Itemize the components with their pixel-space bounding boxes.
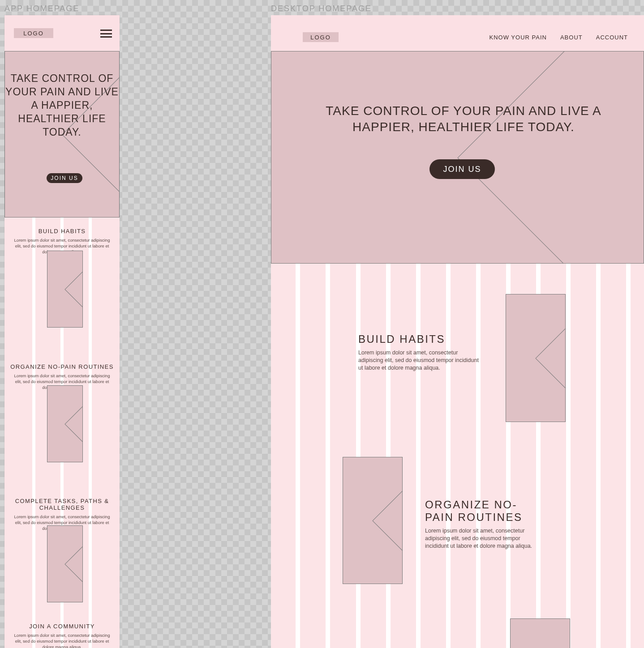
frame-label-app: APP HOMEPAGE — [4, 4, 79, 13]
desktop-nav: KNOW YOUR PAIN ABOUT ACCOUNT — [489, 34, 628, 41]
app-image-placeholder-3 — [47, 525, 83, 602]
desktop-hero-image-placeholder — [271, 51, 644, 264]
app-frame: LOGO TAKE CONTROL OF YOUR PAIN AND LIVE … — [4, 15, 120, 648]
app-image-placeholder-2 — [47, 385, 83, 462]
section-title: JOIN A COMMUNITY — [4, 623, 120, 630]
app-logo[interactable]: LOGO — [14, 28, 53, 38]
section-title: BUILD HABITS — [358, 333, 493, 345]
nav-account[interactable]: ACCOUNT — [596, 34, 628, 41]
desktop-hero-headline: TAKE CONTROL OF YOUR PAIN AND LIVE A HAP… — [325, 103, 602, 135]
section-body: Lorem ipsum dolor sit amet, consectetur … — [425, 527, 532, 550]
app-hero-headline: TAKE CONTROL OF YOUR PAIN AND LIVE A HAP… — [4, 72, 120, 139]
nav-know-your-pain[interactable]: KNOW YOUR PAIN — [489, 34, 547, 41]
desktop-frame: LOGO KNOW YOUR PAIN ABOUT ACCOUNT TAKE C… — [271, 15, 644, 648]
nav-about[interactable]: ABOUT — [560, 34, 583, 41]
desktop-image-placeholder-1 — [506, 294, 566, 422]
section-title: COMPLETE TASKS, PATHS & CHALLENGES — [4, 498, 120, 511]
desktop-logo[interactable]: LOGO — [303, 32, 339, 42]
desktop-image-placeholder-2 — [343, 457, 403, 584]
hamburger-menu-icon[interactable] — [100, 30, 112, 38]
app-join-button[interactable]: JOIN US — [47, 173, 82, 183]
app-image-placeholder-1 — [47, 251, 83, 328]
app-section-community: JOIN A COMMUNITY Lorem ipsum dolor sit a… — [4, 623, 120, 648]
section-title: ORGANIZE NO-PAIN ROUTINES — [4, 363, 120, 370]
frame-label-desktop: DESKTOP HOMEPAGE — [271, 4, 372, 13]
section-title: BUILD HABITS — [4, 228, 120, 234]
section-body: Lorem ipsum dolor sit amet, consectetur … — [4, 632, 120, 648]
desktop-join-button[interactable]: JOIN US — [429, 159, 495, 179]
design-canvas: APP HOMEPAGE DESKTOP HOMEPAGE LOGO TAKE … — [0, 0, 644, 648]
desktop-image-placeholder-3 — [510, 618, 570, 648]
section-title: ORGANIZE NO-PAIN ROUTINES — [425, 499, 541, 524]
section-body: Lorem ipsum dolor sit amet, consectetur … — [358, 349, 484, 372]
